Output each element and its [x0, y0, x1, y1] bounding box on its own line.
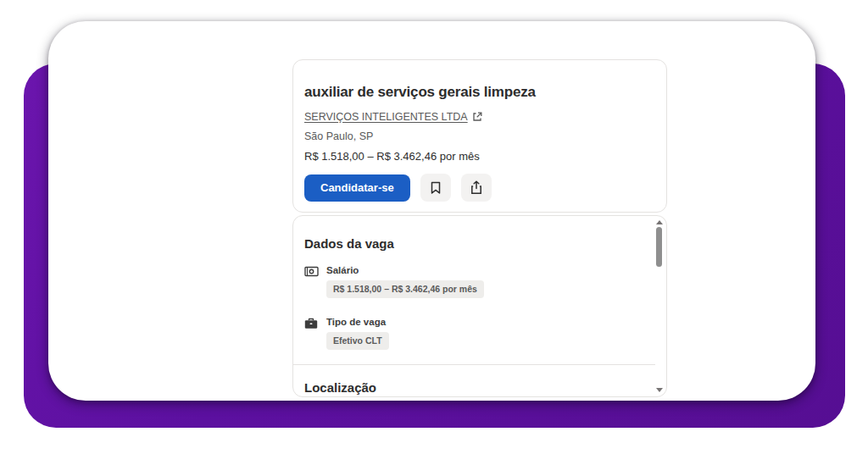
share-button[interactable]: [461, 174, 492, 202]
actions-row: Candidatar-se: [304, 174, 653, 202]
detail-item-job-type: Tipo de vaga Efetivo CLT: [304, 317, 644, 350]
company-link[interactable]: SERVIÇOS INTELIGENTES LTDA: [304, 111, 468, 123]
job-details-card: Dados da vaga Salário R$ 1.518,00 – R$ 3…: [292, 215, 667, 397]
detail-item-salary: Salário R$ 1.518,00 – R$ 3.462,46 por mê…: [304, 265, 644, 298]
detail-label: Tipo de vaga: [326, 317, 644, 327]
job-salary: R$ 1.518,00 – R$ 3.462,46 por mês: [304, 150, 653, 163]
apply-button[interactable]: Candidatar-se: [304, 174, 410, 202]
location-heading: Localização: [304, 380, 376, 395]
job-type-pill: Efetivo CLT: [326, 332, 389, 350]
bookmark-icon: [430, 181, 442, 195]
briefcase-icon: [304, 317, 326, 350]
external-link-icon[interactable]: [472, 112, 482, 122]
details-scrollbar[interactable]: [654, 218, 665, 395]
screenshot-canvas: auxiliar de serviços gerais limpeza SERV…: [0, 0, 868, 454]
company-row: SERVIÇOS INTELIGENTES LTDA: [304, 111, 653, 123]
bookmark-button[interactable]: [420, 174, 451, 202]
scrollbar-thumb[interactable]: [656, 227, 662, 267]
job-header-card: auxiliar de serviços gerais limpeza SERV…: [292, 59, 667, 213]
scroll-down-arrow-icon[interactable]: [656, 388, 663, 392]
details-heading: Dados da vaga: [304, 236, 644, 251]
job-title: auxiliar de serviços gerais limpeza: [304, 84, 653, 101]
share-icon: [470, 180, 483, 195]
scroll-up-arrow-icon[interactable]: [656, 220, 663, 224]
section-divider: [293, 364, 655, 365]
detail-label: Salário: [326, 265, 644, 275]
job-location: São Paulo, SP: [304, 130, 653, 142]
content-card: auxiliar de serviços gerais limpeza SERV…: [48, 21, 815, 401]
salary-pill: R$ 1.518,00 – R$ 3.462,46 por mês: [326, 280, 484, 298]
salary-banknote-icon: [304, 265, 326, 298]
